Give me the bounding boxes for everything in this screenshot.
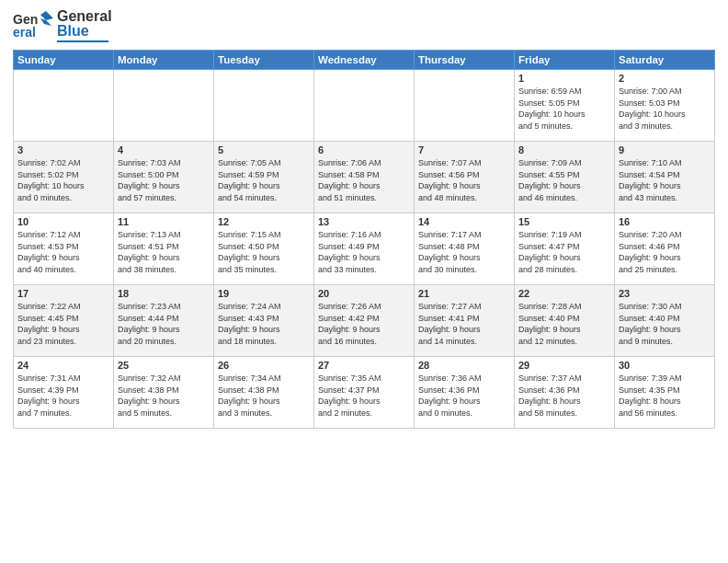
day-number: 29 [518, 360, 610, 371]
calendar-cell: 23Sunrise: 7:30 AM Sunset: 4:40 PM Dayli… [615, 285, 715, 357]
calendar-cell: 27Sunrise: 7:35 AM Sunset: 4:37 PM Dayli… [314, 357, 415, 429]
day-number: 5 [218, 144, 310, 155]
calendar-cell: 18Sunrise: 7:23 AM Sunset: 4:44 PM Dayli… [114, 285, 214, 357]
logo: Gen eral General Blue [13, 9, 112, 42]
day-number: 15 [518, 216, 610, 227]
calendar-cell: 25Sunrise: 7:32 AM Sunset: 4:38 PM Dayli… [114, 357, 214, 429]
calendar-cell: 5Sunrise: 7:05 AM Sunset: 4:59 PM Daylig… [214, 142, 314, 213]
weekday-header-saturday: Saturday [615, 51, 715, 70]
week-row-1: 1Sunrise: 6:59 AM Sunset: 5:05 PM Daylig… [14, 70, 715, 142]
day-number: 8 [518, 144, 610, 155]
day-number: 24 [17, 360, 109, 371]
weekday-header-monday: Monday [114, 51, 214, 70]
day-number: 6 [318, 144, 410, 155]
weekday-header-thursday: Thursday [415, 51, 515, 70]
day-number: 20 [318, 288, 410, 299]
day-number: 2 [619, 73, 711, 84]
day-info: Sunrise: 7:20 AM Sunset: 4:46 PM Dayligh… [619, 229, 711, 275]
day-info: Sunrise: 7:05 AM Sunset: 4:59 PM Dayligh… [218, 157, 310, 203]
calendar-cell: 26Sunrise: 7:34 AM Sunset: 4:38 PM Dayli… [214, 357, 314, 429]
calendar-cell [114, 70, 214, 142]
week-row-5: 24Sunrise: 7:31 AM Sunset: 4:39 PM Dayli… [14, 357, 715, 429]
day-info: Sunrise: 7:35 AM Sunset: 4:37 PM Dayligh… [318, 373, 410, 419]
logo-icon: Gen eral [13, 9, 53, 42]
day-number: 19 [218, 288, 310, 299]
logo-divider [57, 40, 108, 42]
day-info: Sunrise: 7:09 AM Sunset: 4:55 PM Dayligh… [518, 157, 610, 203]
day-number: 28 [418, 360, 510, 371]
calendar-cell: 8Sunrise: 7:09 AM Sunset: 4:55 PM Daylig… [515, 142, 615, 213]
calendar-cell: 30Sunrise: 7:39 AM Sunset: 4:35 PM Dayli… [615, 357, 715, 429]
weekday-header-friday: Friday [515, 51, 615, 70]
calendar-cell: 6Sunrise: 7:06 AM Sunset: 4:58 PM Daylig… [314, 142, 415, 213]
calendar-cell [14, 70, 114, 142]
day-info: Sunrise: 7:10 AM Sunset: 4:54 PM Dayligh… [619, 157, 711, 203]
week-row-3: 10Sunrise: 7:12 AM Sunset: 4:53 PM Dayli… [14, 213, 715, 285]
logo-blue: Blue [57, 24, 112, 39]
day-number: 12 [218, 216, 310, 227]
day-number: 7 [418, 144, 510, 155]
calendar-cell [415, 70, 515, 142]
calendar-cell: 7Sunrise: 7:07 AM Sunset: 4:56 PM Daylig… [415, 142, 515, 213]
day-number: 11 [118, 216, 210, 227]
day-info: Sunrise: 7:15 AM Sunset: 4:50 PM Dayligh… [218, 229, 310, 275]
week-row-4: 17Sunrise: 7:22 AM Sunset: 4:45 PM Dayli… [14, 285, 715, 357]
calendar-cell: 29Sunrise: 7:37 AM Sunset: 4:36 PM Dayli… [515, 357, 615, 429]
day-info: Sunrise: 7:22 AM Sunset: 4:45 PM Dayligh… [17, 301, 109, 347]
calendar-cell: 2Sunrise: 7:00 AM Sunset: 5:03 PM Daylig… [615, 70, 715, 142]
day-info: Sunrise: 7:27 AM Sunset: 4:41 PM Dayligh… [418, 301, 510, 347]
day-number: 16 [619, 216, 711, 227]
day-number: 27 [318, 360, 410, 371]
day-number: 18 [118, 288, 210, 299]
calendar-cell: 13Sunrise: 7:16 AM Sunset: 4:49 PM Dayli… [314, 213, 415, 285]
day-info: Sunrise: 7:31 AM Sunset: 4:39 PM Dayligh… [17, 373, 109, 419]
calendar-cell: 17Sunrise: 7:22 AM Sunset: 4:45 PM Dayli… [14, 285, 114, 357]
day-info: Sunrise: 7:17 AM Sunset: 4:48 PM Dayligh… [418, 229, 510, 275]
calendar-cell [214, 70, 314, 142]
day-number: 21 [418, 288, 510, 299]
calendar-cell: 21Sunrise: 7:27 AM Sunset: 4:41 PM Dayli… [415, 285, 515, 357]
day-number: 1 [518, 73, 610, 84]
day-info: Sunrise: 7:32 AM Sunset: 4:38 PM Dayligh… [118, 373, 210, 419]
calendar-cell: 19Sunrise: 7:24 AM Sunset: 4:43 PM Dayli… [214, 285, 314, 357]
day-number: 17 [17, 288, 109, 299]
page: Gen eral General Blue [0, 0, 728, 563]
calendar-cell: 4Sunrise: 7:03 AM Sunset: 5:00 PM Daylig… [114, 142, 214, 213]
day-info: Sunrise: 7:00 AM Sunset: 5:03 PM Dayligh… [619, 86, 711, 132]
day-info: Sunrise: 7:19 AM Sunset: 4:47 PM Dayligh… [518, 229, 610, 275]
day-info: Sunrise: 7:30 AM Sunset: 4:40 PM Dayligh… [619, 301, 711, 347]
day-info: Sunrise: 7:03 AM Sunset: 5:00 PM Dayligh… [118, 157, 210, 203]
day-info: Sunrise: 6:59 AM Sunset: 5:05 PM Dayligh… [518, 86, 610, 132]
weekday-header-tuesday: Tuesday [214, 51, 314, 70]
day-number: 22 [518, 288, 610, 299]
day-info: Sunrise: 7:02 AM Sunset: 5:02 PM Dayligh… [17, 157, 109, 203]
day-info: Sunrise: 7:37 AM Sunset: 4:36 PM Dayligh… [518, 373, 610, 419]
day-info: Sunrise: 7:39 AM Sunset: 4:35 PM Dayligh… [619, 373, 711, 419]
calendar-cell: 12Sunrise: 7:15 AM Sunset: 4:50 PM Dayli… [214, 213, 314, 285]
calendar-cell: 3Sunrise: 7:02 AM Sunset: 5:02 PM Daylig… [14, 142, 114, 213]
day-info: Sunrise: 7:07 AM Sunset: 4:56 PM Dayligh… [418, 157, 510, 203]
calendar-cell: 24Sunrise: 7:31 AM Sunset: 4:39 PM Dayli… [14, 357, 114, 429]
calendar-cell: 15Sunrise: 7:19 AM Sunset: 4:47 PM Dayli… [515, 213, 615, 285]
svg-text:eral: eral [13, 25, 36, 40]
weekday-header-wednesday: Wednesday [314, 51, 415, 70]
logo-general: General [57, 9, 112, 24]
day-number: 13 [318, 216, 410, 227]
day-number: 3 [17, 144, 109, 155]
weekday-header-row: SundayMondayTuesdayWednesdayThursdayFrid… [14, 51, 715, 70]
day-number: 4 [118, 144, 210, 155]
day-info: Sunrise: 7:12 AM Sunset: 4:53 PM Dayligh… [17, 229, 109, 275]
day-info: Sunrise: 7:34 AM Sunset: 4:38 PM Dayligh… [218, 373, 310, 419]
calendar-cell: 20Sunrise: 7:26 AM Sunset: 4:42 PM Dayli… [314, 285, 415, 357]
day-info: Sunrise: 7:23 AM Sunset: 4:44 PM Dayligh… [118, 301, 210, 347]
calendar-cell: 14Sunrise: 7:17 AM Sunset: 4:48 PM Dayli… [415, 213, 515, 285]
calendar-cell [314, 70, 415, 142]
calendar-cell: 22Sunrise: 7:28 AM Sunset: 4:40 PM Dayli… [515, 285, 615, 357]
day-number: 10 [17, 216, 109, 227]
day-info: Sunrise: 7:13 AM Sunset: 4:51 PM Dayligh… [118, 229, 210, 275]
header: Gen eral General Blue [13, 9, 715, 42]
calendar-cell: 16Sunrise: 7:20 AM Sunset: 4:46 PM Dayli… [615, 213, 715, 285]
day-info: Sunrise: 7:24 AM Sunset: 4:43 PM Dayligh… [218, 301, 310, 347]
day-info: Sunrise: 7:28 AM Sunset: 4:40 PM Dayligh… [518, 301, 610, 347]
day-number: 14 [418, 216, 510, 227]
